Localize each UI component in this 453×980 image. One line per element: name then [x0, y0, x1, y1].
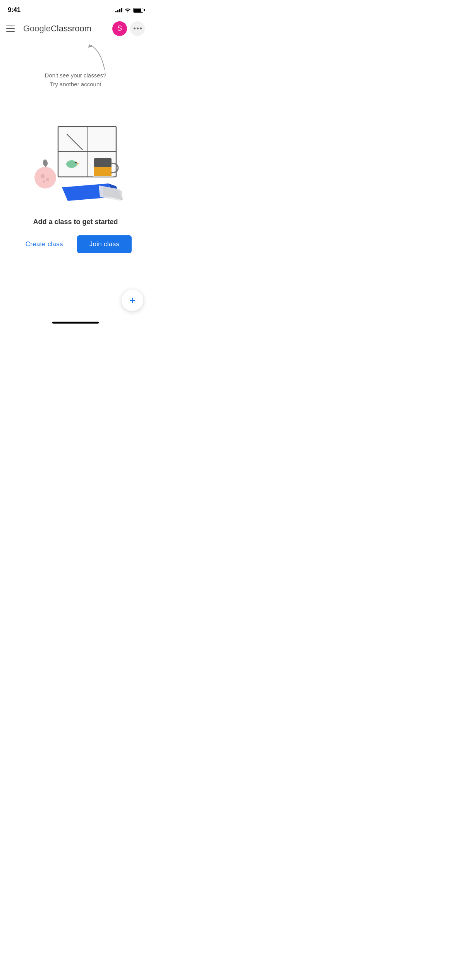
menu-button[interactable]: [6, 22, 20, 36]
svg-point-1: [41, 174, 45, 178]
cta-section: Add a class to get started Create class …: [8, 218, 143, 253]
more-options-button[interactable]: [130, 21, 145, 36]
app-header: Google Classroom S: [0, 17, 151, 40]
create-class-button[interactable]: Create class: [19, 236, 69, 252]
cta-buttons: Create class Join class: [19, 235, 132, 253]
status-icons: [115, 8, 143, 13]
signal-icon: [115, 8, 122, 12]
main-content: Don't see your classes? Try another acco…: [0, 40, 151, 253]
app-title: Google Classroom: [23, 24, 112, 34]
google-wordmark: Google: [23, 24, 51, 34]
add-class-fab[interactable]: +: [122, 290, 143, 311]
svg-point-3: [43, 180, 45, 183]
curved-arrow-icon: [81, 42, 112, 73]
svg-point-5: [43, 159, 48, 167]
menu-line: [6, 31, 15, 32]
svg-point-13: [75, 162, 77, 163]
cta-title: Add a class to get started: [33, 218, 118, 226]
home-indicator: [52, 322, 99, 324]
join-class-button[interactable]: Join class: [77, 235, 132, 253]
status-bar: 9:41: [0, 0, 151, 17]
dot: [134, 27, 136, 29]
svg-rect-15: [94, 158, 112, 167]
classroom-wordmark: Classroom: [51, 24, 91, 34]
dot: [137, 27, 139, 29]
dot: [140, 27, 142, 29]
illustration-svg: [25, 100, 126, 209]
hint-text: Don't see your classes? Try another acco…: [45, 71, 106, 89]
menu-line: [6, 26, 15, 26]
hint-area: Don't see your classes? Try another acco…: [8, 48, 143, 89]
status-time: 9:41: [8, 6, 21, 14]
header-actions: S: [112, 21, 145, 36]
svg-rect-16: [93, 176, 113, 178]
svg-point-2: [46, 178, 49, 181]
menu-line: [6, 28, 15, 29]
wifi-icon: [125, 8, 131, 12]
plus-icon: +: [129, 295, 136, 306]
battery-icon: [133, 8, 143, 13]
user-avatar[interactable]: S: [112, 21, 127, 36]
svg-point-0: [34, 167, 56, 188]
empty-state-illustration: [25, 100, 126, 209]
